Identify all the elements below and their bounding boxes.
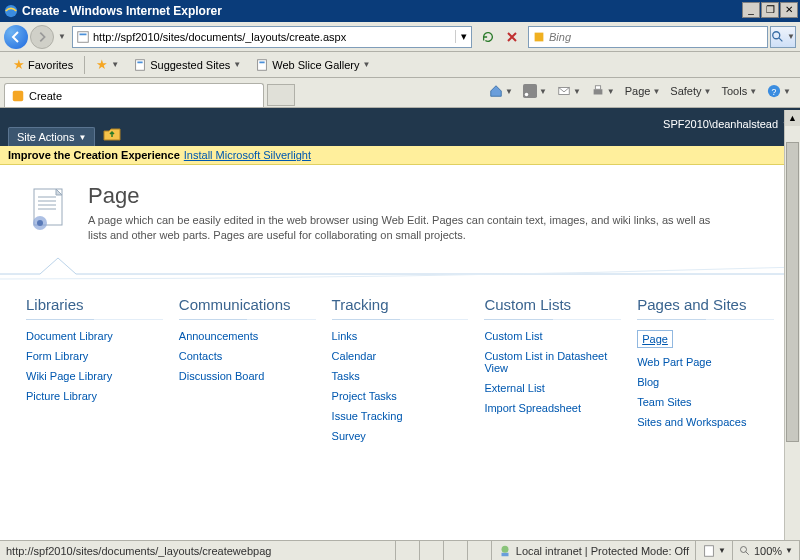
maximize-button[interactable]: ❐ [761,2,779,18]
user-menu[interactable]: SPF2010\deanhalstead ▼ [663,118,790,130]
favorites-button[interactable]: ★ Favorites [6,54,80,75]
link-blog[interactable]: Blog [637,376,659,388]
svg-rect-10 [13,90,24,101]
status-pane-2 [420,541,444,560]
svg-line-29 [746,551,749,554]
favorites-bar: ★ Favorites ★ ▼ Suggested Sites ▼ Web Sl… [0,52,800,78]
svg-point-12 [525,93,529,97]
zoom-icon [739,545,751,557]
link-links[interactable]: Links [332,330,358,342]
link-team-sites[interactable]: Team Sites [637,396,691,408]
col-communications: Communications Announcements Contacts Di… [179,296,316,450]
scroll-up-button[interactable]: ▲ [785,110,800,126]
refresh-button[interactable] [477,26,499,48]
forward-button[interactable] [30,25,54,49]
col-libraries-title: Libraries [26,296,163,320]
status-pane-1 [396,541,420,560]
svg-point-28 [740,546,746,552]
status-mode-dropdown[interactable]: ▼ [696,541,733,560]
link-contacts[interactable]: Contacts [179,350,222,362]
link-custom-list-datasheet[interactable]: Custom List in Datasheet View [484,350,607,374]
intranet-icon [498,544,512,558]
scroll-thumb[interactable] [786,142,799,442]
url-input[interactable] [93,28,455,46]
page-description: A page which can be easily edited in the… [88,213,728,244]
home-button[interactable]: ▼ [486,82,516,100]
link-survey[interactable]: Survey [332,430,366,442]
link-import-spreadsheet[interactable]: Import Spreadsheet [484,402,581,414]
mail-button[interactable]: ▼ [554,82,584,100]
zoom-value: 100% [754,545,782,557]
stop-button[interactable] [501,26,523,48]
link-document-library[interactable]: Document Library [26,330,113,342]
page-menu[interactable]: Page▼ [622,83,664,99]
link-custom-list[interactable]: Custom List [484,330,542,342]
vertical-scrollbar[interactable]: ▲ [784,110,800,540]
svg-rect-15 [595,86,600,90]
install-silverlight-link[interactable]: Install Microsoft Silverlight [184,149,311,161]
nav-history-dropdown[interactable]: ▼ [56,27,68,47]
mail-icon [557,84,571,98]
tools-menu[interactable]: Tools▼ [718,83,760,99]
command-bar: ▼ ▼ ▼ ▼ Page▼ Safety▼ Tools▼ ?▼ [486,82,794,100]
page-header: Page A page which can be easily edited i… [26,183,774,244]
link-sites-workspaces[interactable]: Sites and Workspaces [637,416,746,428]
search-input[interactable] [549,31,767,43]
web-slice-label: Web Slice Gallery [272,59,359,71]
close-button[interactable]: ✕ [780,2,798,18]
tab-create[interactable]: Create [4,83,264,107]
link-web-part-page[interactable]: Web Part Page [637,356,711,368]
link-calendar[interactable]: Calendar [332,350,377,362]
col-custom-lists-title: Custom Lists [484,296,621,320]
back-button[interactable] [4,25,28,49]
svg-point-4 [773,31,780,38]
link-project-tasks[interactable]: Project Tasks [332,390,397,402]
new-tab-button[interactable] [267,84,295,106]
link-external-list[interactable]: External List [484,382,545,394]
minimize-button[interactable]: _ [742,2,760,18]
page-icon [255,58,269,72]
category-columns: Libraries Document Library Form Library … [26,296,774,450]
feeds-button[interactable]: ▼ [520,82,550,100]
search-bar[interactable] [528,26,768,48]
user-label: SPF2010\deanhalstead [663,118,778,130]
search-button[interactable]: ▼ [770,26,796,48]
window-titlebar: Create - Windows Internet Explorer _ ❐ ✕ [0,0,800,22]
link-form-library[interactable]: Form Library [26,350,88,362]
help-button[interactable]: ?▼ [764,82,794,100]
zoom-control[interactable]: 100% ▼ [733,541,800,560]
link-issue-tracking[interactable]: Issue Tracking [332,410,403,422]
svg-rect-2 [80,33,87,35]
link-page[interactable]: Page [642,333,668,345]
home-icon [489,84,503,98]
page-favicon [76,30,90,44]
site-actions-menu[interactable]: Site Actions ▼ [8,127,95,146]
link-picture-library[interactable]: Picture Library [26,390,97,402]
arrow-left-icon [9,30,23,44]
window-title: Create - Windows Internet Explorer [22,4,222,18]
link-discussion-board[interactable]: Discussion Board [179,370,265,382]
address-bar[interactable]: ▾ [72,26,472,48]
print-button[interactable]: ▼ [588,82,618,100]
status-pane-3 [444,541,468,560]
status-bar: http://spf2010/sites/documents/_layouts/… [0,540,800,560]
link-tasks[interactable]: Tasks [332,370,360,382]
status-zone[interactable]: Local intranet | Protected Mode: Off [492,541,696,560]
link-wiki-page-library[interactable]: Wiki Page Library [26,370,112,382]
stop-icon [506,31,518,43]
silverlight-notification: Improve the Creation Experience Install … [0,146,800,165]
col-pages-sites: Pages and Sites Page Web Part Page Blog … [637,296,774,450]
window-controls: _ ❐ ✕ [741,2,798,18]
help-icon: ? [767,84,781,98]
separator [84,56,85,74]
link-announcements[interactable]: Announcements [179,330,259,342]
web-slice-gallery[interactable]: Web Slice Gallery ▼ [248,55,377,75]
svg-rect-25 [501,552,508,556]
navigate-up-icon[interactable] [103,126,121,142]
safety-menu[interactable]: Safety▼ [667,83,714,99]
content-area: Page A page which can be easily edited i… [0,165,800,545]
nav-toolbar: ▼ ▾ ▼ [0,22,800,52]
add-favorite-button[interactable]: ★ ▼ [89,54,126,75]
suggested-sites[interactable]: Suggested Sites ▼ [126,55,248,75]
url-dropdown[interactable]: ▾ [455,30,471,43]
